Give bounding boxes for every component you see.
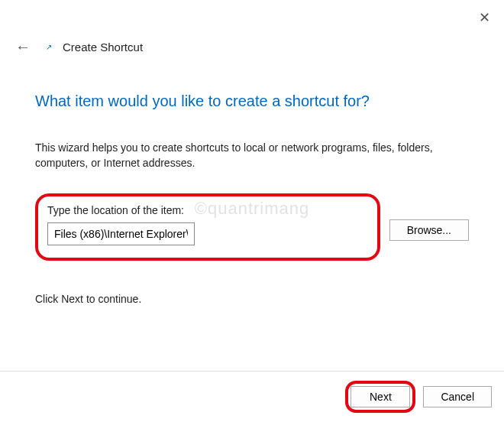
- location-highlight: Type the location of the item:: [35, 193, 380, 261]
- wizard-header: ← ↗ Create Shortcut: [0, 0, 504, 57]
- location-label: Type the location of the item:: [47, 204, 368, 216]
- browse-button[interactable]: Browse...: [389, 219, 469, 241]
- wizard-content: What item would you like to create a sho…: [0, 57, 504, 305]
- wizard-footer: Next Cancel: [0, 371, 504, 422]
- location-input[interactable]: [47, 222, 195, 245]
- continue-hint: Click Next to continue.: [35, 293, 469, 305]
- page-heading: What item would you like to create a sho…: [35, 93, 469, 110]
- shortcut-icon: ↗: [46, 43, 52, 51]
- wizard-title: Create Shortcut: [63, 41, 143, 54]
- cancel-button[interactable]: Cancel: [423, 386, 492, 407]
- back-arrow-icon[interactable]: ←: [14, 37, 32, 57]
- next-highlight: Next: [345, 381, 415, 413]
- next-button[interactable]: Next: [351, 386, 410, 407]
- close-button[interactable]: ✕: [476, 6, 493, 29]
- wizard-description: This wizard helps you to create shortcut…: [35, 141, 469, 170]
